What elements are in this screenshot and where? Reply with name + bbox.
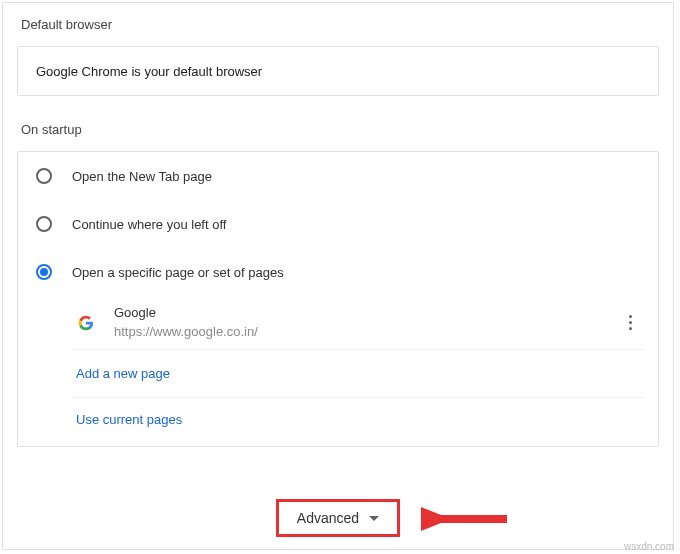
- add-new-page-button[interactable]: Add a new page: [72, 350, 644, 398]
- on-startup-heading: On startup: [21, 122, 673, 137]
- advanced-section: Advanced: [3, 499, 673, 537]
- use-current-pages-label: Use current pages: [76, 412, 182, 427]
- startup-pages-list: Google https://www.google.co.in/ Add a n…: [72, 296, 644, 446]
- startup-option-label: Continue where you left off: [72, 217, 226, 232]
- startup-page-title: Google: [114, 304, 620, 322]
- caret-down-icon: [369, 516, 379, 521]
- startup-option-new-tab[interactable]: Open the New Tab page: [18, 152, 658, 200]
- default-browser-heading: Default browser: [21, 17, 673, 32]
- startup-option-label: Open the New Tab page: [72, 169, 212, 184]
- radio-unchecked-icon: [36, 168, 52, 184]
- add-new-page-label: Add a new page: [76, 366, 170, 381]
- startup-page-url: https://www.google.co.in/: [114, 323, 620, 341]
- radio-checked-icon: [36, 264, 52, 280]
- radio-unchecked-icon: [36, 216, 52, 232]
- use-current-pages-button[interactable]: Use current pages: [72, 398, 644, 446]
- default-browser-card: Google Chrome is your default browser: [17, 46, 659, 96]
- settings-panel: Default browser Google Chrome is your de…: [2, 2, 674, 550]
- startup-option-specific-pages[interactable]: Open a specific page or set of pages: [18, 248, 658, 296]
- page-options-button[interactable]: [620, 309, 640, 336]
- startup-option-label: Open a specific page or set of pages: [72, 265, 284, 280]
- startup-option-continue[interactable]: Continue where you left off: [18, 200, 658, 248]
- advanced-toggle-button[interactable]: Advanced: [276, 499, 400, 537]
- startup-page-info: Google https://www.google.co.in/: [114, 304, 620, 340]
- google-favicon-icon: [76, 313, 96, 333]
- default-browser-status-row: Google Chrome is your default browser: [18, 47, 658, 95]
- watermark-text: wsxdn.com: [624, 541, 674, 552]
- advanced-label: Advanced: [297, 510, 359, 526]
- startup-page-row: Google https://www.google.co.in/: [72, 296, 644, 350]
- default-browser-status-text: Google Chrome is your default browser: [36, 64, 262, 79]
- on-startup-card: Open the New Tab page Continue where you…: [17, 151, 659, 447]
